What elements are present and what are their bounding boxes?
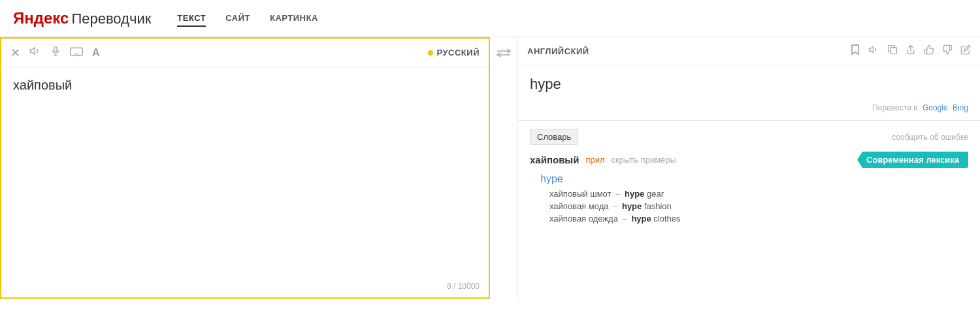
target-icons (851, 44, 971, 58)
dict-example-2-ru: хайповая мода (549, 201, 608, 211)
dict-example-1: хайповый шмот – hype gear (549, 189, 968, 199)
dictionary-section: Словарь сообщить об ошибке хайповый прил… (518, 120, 980, 237)
clear-icon[interactable]: ✕ (10, 46, 20, 60)
dict-category-badge: Современная лексика (857, 152, 968, 168)
share-icon[interactable] (906, 44, 916, 58)
lang-dot (428, 50, 433, 56)
header: Яндекс Переводчик ТЕКСТ САЙТ КАРТИНКА (0, 0, 980, 37)
svg-marker-0 (31, 48, 35, 55)
dict-entry: хайповый прил скрыть примеры Современная… (530, 152, 968, 224)
source-lang-indicator: РУССКИЙ (428, 48, 480, 58)
dict-example-1-en: hype gear (625, 189, 664, 199)
translation-output: hype (518, 65, 980, 98)
nav-tabs: ТЕКСТ САЙТ КАРТИНКА (177, 10, 318, 27)
svg-marker-15 (869, 46, 873, 52)
dict-example-2-en: hype fashion (622, 201, 672, 211)
swap-languages-button[interactable] (490, 37, 517, 299)
volume-source-icon[interactable] (29, 45, 41, 60)
target-panel: АНГЛИЙСКИЙ (517, 37, 980, 299)
edit-icon[interactable] (960, 44, 971, 58)
hide-examples-link[interactable]: скрыть примеры (612, 155, 676, 165)
dict-translation: hype (530, 173, 968, 185)
dictionary-badge[interactable]: Словарь (530, 129, 578, 145)
dict-example-1-ru: хайповый шмот (549, 189, 612, 199)
dict-example-3-en: hype clothes (631, 214, 680, 224)
dict-word-line: хайповый прил скрыть примеры Современная… (530, 152, 968, 168)
logo[interactable]: Яндекс Переводчик (13, 9, 151, 27)
dict-example-3: хайповая одежда – hype clothes (549, 214, 968, 224)
main-area: ✕ A РУССКИЙ 8 / 10000 (0, 37, 980, 299)
copy-icon[interactable] (887, 44, 898, 58)
google-translate-link[interactable]: Google (923, 103, 948, 112)
logo-translate-text: Переводчик (71, 10, 151, 27)
thumbup-icon[interactable] (924, 44, 934, 58)
svg-rect-1 (54, 46, 57, 52)
dict-example-3-ru: хайповая одежда (549, 214, 618, 224)
dict-example-2: хайповая мода – hype fashion (549, 201, 968, 211)
volume-target-icon[interactable] (868, 44, 879, 58)
source-lang-label: РУССКИЙ (437, 48, 480, 58)
source-panel: ✕ A РУССКИЙ 8 / 10000 (0, 37, 490, 299)
dict-word: хайповый (530, 154, 579, 165)
logo-yandex-text: Яндекс (13, 9, 69, 27)
dict-pos: прил (585, 155, 604, 165)
dict-header: Словарь сообщить об ошибке (530, 129, 968, 145)
tab-site[interactable]: САЙТ (225, 10, 250, 27)
bing-translate-link[interactable]: Bing (953, 103, 968, 112)
source-toolbar: ✕ A РУССКИЙ (1, 39, 489, 67)
dict-examples: хайповый шмот – hype gear хайповая мода … (530, 189, 968, 224)
tab-text[interactable]: ТЕКСТ (177, 10, 206, 27)
thumbdown-icon[interactable] (942, 44, 953, 58)
keyboard-icon[interactable] (70, 46, 83, 59)
report-error-link[interactable]: сообщить об ошибке (892, 133, 968, 142)
bookmark-icon[interactable] (851, 44, 860, 58)
mic-icon[interactable] (50, 45, 61, 60)
tab-image[interactable]: КАРТИНКА (270, 10, 318, 27)
target-toolbar: АНГЛИЙСКИЙ (518, 37, 980, 65)
target-lang-label: АНГЛИЙСКИЙ (527, 46, 589, 56)
source-textarea[interactable] (1, 67, 489, 278)
translate-via-label: Перевести в (872, 103, 917, 112)
translate-via: Перевести в Google Bing (518, 98, 980, 120)
font-icon[interactable]: A (92, 47, 100, 59)
char-count: 8 / 10000 (1, 278, 489, 297)
svg-rect-16 (890, 48, 897, 54)
